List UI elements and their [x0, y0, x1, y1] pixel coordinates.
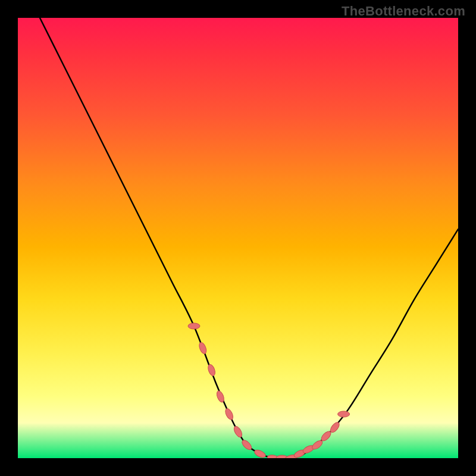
highlight-marker-group	[188, 323, 350, 458]
chart-svg	[18, 18, 458, 458]
bottleneck-curve	[40, 18, 458, 458]
highlight-marker	[293, 449, 306, 458]
plot-area	[18, 18, 458, 458]
highlight-marker	[240, 439, 253, 451]
watermark-text: TheBottleneck.com	[342, 4, 465, 19]
highlight-marker	[311, 439, 324, 451]
highlight-marker	[224, 408, 234, 421]
highlight-marker	[253, 449, 267, 458]
highlight-marker	[233, 425, 244, 438]
highlight-marker	[329, 421, 341, 434]
highlight-marker	[267, 454, 280, 458]
highlight-marker	[206, 364, 216, 377]
highlight-marker	[215, 390, 226, 403]
chart-frame: TheBottleneck.com	[0, 0, 476, 476]
highlight-marker	[198, 342, 208, 355]
highlight-marker	[276, 455, 288, 458]
highlight-marker	[320, 430, 332, 442]
highlight-marker	[338, 411, 350, 417]
highlight-marker	[188, 323, 200, 329]
highlight-marker	[284, 454, 298, 458]
highlight-marker	[302, 444, 315, 455]
